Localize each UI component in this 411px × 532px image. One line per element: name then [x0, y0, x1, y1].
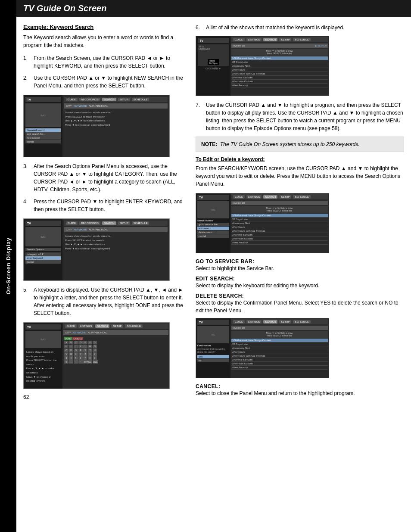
cancel-section: CANCEL: Select to close the Panel Menu a… — [196, 383, 404, 397]
go-service-section: GO TO SERVICE BAR: Select to highlight t… — [196, 258, 404, 272]
screen-6: TV IMG Confirmation Are you sure that yo… — [196, 318, 329, 378]
edit-search-desc: Select to display the keyboard for editi… — [196, 282, 404, 289]
content-area: Example: Keyword Search The Keyword sear… — [16, 17, 411, 407]
kb-row-done-cancel: DONE CANCEL — [64, 337, 168, 340]
tab-guide: GUIDE — [66, 98, 78, 101]
edit-delete-title: To Edit or Delete a keyword: — [196, 156, 404, 162]
screen-1-instructions: Locate shows based on words you enter Pr… — [64, 110, 168, 128]
screen-2-menu-enter: enter keyword — [25, 256, 61, 260]
page-number: 62 — [23, 394, 187, 400]
screen-6-main: GUIDE LISTINGS SEARCH SETUP SCHEDULE key… — [230, 318, 329, 378]
intro-text: The Keyword search allows you to enter a… — [23, 34, 187, 49]
screen-2-left: TV IMG Search Options category: all ▼ en… — [24, 219, 62, 280]
screen-5-topbar2: GUIDE LISTINGS SEARCH SETUP SCHEDULE — [231, 194, 328, 199]
step-6: 6. A list of all the shows that matched … — [196, 24, 404, 31]
note-text: The TV Guide On Screen system stores up … — [220, 141, 359, 147]
screen-1-menu-item3: new search — [25, 136, 61, 140]
step-2-num: 2. — [23, 74, 30, 90]
delete-search-label: DELETE SEARCH: — [196, 293, 404, 299]
screen-1-main-topbar: GUIDE RECORDINGS SEARCH SETUP SCHEDULE — [64, 97, 168, 102]
sidebar: On-Screen Display — [0, 0, 16, 532]
step-4-num: 4. — [23, 198, 30, 213]
screen-3-keyboard: GUIDE LISTINGS SEARCH SETUP SCHEDULE CIT… — [62, 323, 169, 389]
cancel-label: CANCEL: — [196, 383, 404, 389]
screen-2-topbar: TV — [25, 221, 61, 226]
screen-6-topbar2: GUIDE LISTINGS SEARCH SETUP SCHEDULE — [231, 319, 328, 324]
step-3-num: 3. — [23, 162, 30, 193]
screen-4-main: GUIDE LISTINGS SEARCH SETUP SCHEDULE key… — [230, 36, 329, 96]
screen-4-topbar: TV — [198, 38, 229, 43]
screen-4-topbar2: GUIDE LISTINGS SEARCH SETUP SCHEDULE — [231, 37, 328, 42]
screen-1-main: GUIDE RECORDINGS SEARCH SETUP SCHEDULE C… — [62, 95, 169, 157]
screen-2-menu-all: category: all ▼ — [25, 252, 61, 256]
screen-5-topbar: TV — [197, 195, 229, 200]
step-3-text: After the Search Options Panel Menu is a… — [34, 162, 187, 193]
step-6-text: A list of all the shows that matched the… — [206, 24, 404, 31]
screen-3-left-text: Locate shows based on words you enter Pr… — [25, 349, 61, 384]
screen-2-menu-cancel: cancel — [25, 260, 61, 264]
screen-2-main-topbar: GUIDE RECORDINGS SEARCH SETUP SCHEDULE — [64, 221, 168, 226]
delete-search-section: DELETE SEARCH: Select to display the Con… — [196, 293, 404, 314]
screen-2-instructions: Locate shows based on words you enter Pr… — [64, 233, 168, 252]
screen-5-main: GUIDE LISTINGS SEARCH SETUP SCHEDULE key… — [230, 193, 329, 253]
step-5-text: A keyboard is displayed. Use the CURSOR … — [34, 286, 187, 317]
note-prefix: NOTE: — [201, 141, 217, 147]
screen-1-menu-item2: add search for... — [25, 132, 61, 136]
page-title: TV Guide On Screen — [23, 3, 404, 13]
left-column: Example: Keyword Search The Keyword sear… — [23, 24, 187, 400]
step-6-num: 6. — [196, 24, 202, 31]
example-title: Example: Keyword Search — [23, 24, 187, 30]
step-1: 1. From the Search Screen, use the CURSO… — [23, 54, 187, 70]
right-column: 6. A list of all the shows that matched … — [196, 24, 404, 400]
screen-5-left: TV IMG Search Options go to service bar … — [196, 193, 230, 253]
screen-4-left: TV Friday 10:00pm STILLUNSOLVED CLICK HE… — [196, 36, 230, 96]
kb-row-5: 3 4 5 6 7 8 9 — [64, 356, 168, 360]
tab2-guide: GUIDE — [66, 221, 78, 225]
screen-6-topbar: TV — [197, 320, 229, 325]
screen-3: TV IMG Locate shows based on words you e… — [23, 322, 170, 389]
screen-3-topbar: TV — [25, 324, 61, 330]
tab-search: SEARCH — [102, 98, 116, 101]
screen-4: TV Friday 10:00pm STILLUNSOLVED CLICK HE… — [196, 36, 329, 96]
go-service-label: GO TO SERVICE BAR: — [196, 258, 404, 264]
cancel-desc: Select to close the Panel Menu and retur… — [196, 389, 404, 397]
tab2-setup: SETUP — [118, 221, 130, 225]
note-box: NOTE: The TV Guide On Screen system stor… — [196, 137, 404, 152]
screen-5: TV IMG Search Options go to service bar … — [196, 193, 329, 253]
step-1-text: From the Search Screen, use the CURSOR P… — [34, 54, 187, 70]
screen-6-left: TV IMG Confirmation Are you sure that yo… — [196, 318, 230, 378]
step-2: 2. Use the CURSOR PAD ▲ or ▼ to highligh… — [23, 74, 187, 90]
step-4-text: Press the CURSOR PAD ▼ to highlight ENTE… — [34, 198, 187, 213]
step-5-num: 5. — [23, 286, 30, 317]
screen-3-topbar2: GUIDE LISTINGS SEARCH SETUP SCHEDULE — [63, 324, 168, 329]
screen-1-menu-item1: Keyword search — [25, 128, 61, 132]
delete-search-desc: Select to display the Confirmation Panel… — [196, 299, 404, 314]
screen-1-topbar: TV — [25, 97, 61, 102]
tab2-schedule: SCHEDULE — [132, 221, 149, 225]
kb-row-4: V W X Y Z 1 2 — [64, 352, 168, 356]
edit-search-section: EDIT SEARCH: Select to display the keybo… — [196, 276, 404, 289]
step-7-text: Use the CURSOR PAD ▲ and ▼ to highlight … — [206, 101, 404, 132]
kb-row-2: H I J K L M N — [64, 345, 168, 348]
step-7-num: 7. — [196, 101, 202, 132]
step-2-text: Use the CURSOR PAD ▲ or ▼ to highlight N… — [34, 74, 187, 90]
title-bar: TV Guide On Screen — [16, 0, 411, 17]
screen-2-menu-soptions: Search Options — [25, 248, 61, 251]
tab2-record: RECORDINGS — [79, 221, 100, 225]
step-3: 3. After the Search Options Panel Menu i… — [23, 162, 187, 193]
main-content: TV Guide On Screen Example: Keyword Sear… — [16, 0, 411, 407]
go-service-desc: Select to highlight the Service Bar. — [196, 264, 404, 272]
step-1-num: 1. — [23, 54, 30, 70]
step-7: 7. Use the CURSOR PAD ▲ and ▼ to highlig… — [196, 101, 404, 132]
screen-1: TV IMG Keyword search add search for... … — [23, 95, 170, 157]
sidebar-label: On-Screen Display — [5, 237, 12, 295]
tab2-search: SEARCH — [102, 221, 116, 225]
tab-setup: SETUP — [118, 98, 130, 101]
step-4: 4. Press the CURSOR PAD ▼ to highlight E… — [23, 198, 187, 213]
edit-search-label: EDIT SEARCH: — [196, 276, 404, 282]
screen-2-main: GUIDE RECORDINGS SEARCH SETUP SCHEDULE C… — [62, 219, 169, 280]
screen-1-menu-item4: cancel — [25, 140, 61, 143]
screen-3-left: TV IMG Locate shows based on words you e… — [24, 323, 62, 389]
kb-row-3: O P Q R S T U — [64, 348, 168, 352]
screen-1-left: TV IMG Keyword search add search for... … — [24, 95, 62, 157]
